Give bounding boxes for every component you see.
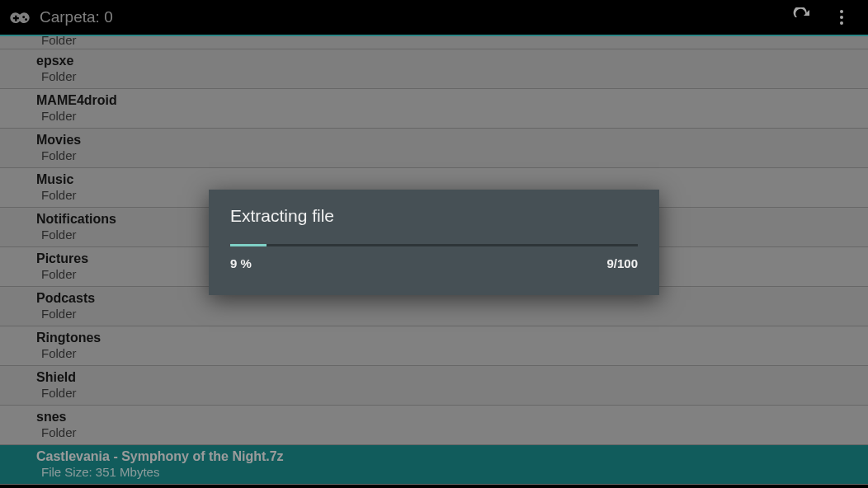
progress-fill (230, 244, 267, 246)
svg-point-1 (840, 16, 843, 19)
progress-bar (230, 244, 638, 246)
gamepad-icon (7, 4, 33, 30)
action-bar: Carpeta: 0 (0, 0, 868, 36)
overflow-menu-button[interactable] (822, 0, 861, 35)
svg-point-0 (840, 10, 843, 13)
refresh-button[interactable] (782, 0, 822, 35)
refresh-icon (792, 7, 812, 27)
svg-point-2 (840, 21, 843, 25)
app-title: Carpeta: 0 (40, 8, 113, 26)
progress-percent: 9 % (230, 256, 252, 270)
content-area: Folder epsxeFolderMAME4droidFolderMovies… (0, 36, 868, 486)
dialog-title: Extracting file (230, 206, 638, 226)
more-vert-icon (832, 7, 851, 27)
progress-labels: 9 % 9/100 (230, 256, 638, 270)
progress-fraction: 9/100 (606, 256, 638, 270)
extract-dialog: Extracting file 9 % 9/100 (209, 190, 659, 295)
